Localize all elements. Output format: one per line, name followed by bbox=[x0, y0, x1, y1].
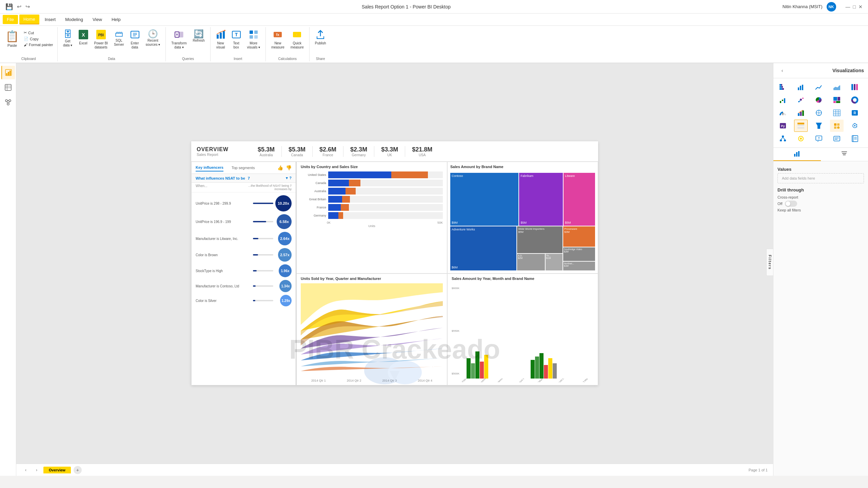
ki-row-7: Color is Silver 1.29x bbox=[192, 293, 296, 308]
h-bar-track-canada bbox=[328, 180, 443, 186]
viz-paginated-icon[interactable] bbox=[848, 133, 862, 145]
new-visual-button[interactable]: Newvisual bbox=[213, 28, 228, 51]
viz-area-chart-icon[interactable] bbox=[830, 81, 844, 93]
viz-smart-narr-icon[interactable] bbox=[830, 133, 844, 145]
viz-python-icon[interactable]: Py bbox=[776, 120, 790, 132]
viz-funnel-icon[interactable] bbox=[812, 120, 826, 132]
viz-stacked-bar-icon[interactable] bbox=[776, 81, 790, 93]
close-btn[interactable]: ✕ bbox=[859, 4, 863, 9]
viz-custom-icon[interactable]: + bbox=[830, 120, 844, 132]
ribbon-group-share: Publish Share bbox=[310, 27, 332, 61]
viz-line-chart-icon[interactable] bbox=[812, 81, 826, 93]
svg-rect-11 bbox=[217, 35, 219, 39]
viz-donut-icon[interactable] bbox=[848, 94, 862, 106]
minimize-btn[interactable]: — bbox=[846, 4, 850, 9]
menu-view[interactable]: View bbox=[88, 15, 106, 24]
ki-dropdown[interactable]: ▾ ? bbox=[286, 176, 292, 180]
menu-file[interactable]: File bbox=[3, 15, 18, 24]
sql-icon: 🗃 bbox=[115, 30, 123, 38]
ki-bar-container-7 bbox=[253, 300, 273, 301]
enter-data-button[interactable]: Enterdata bbox=[127, 28, 142, 51]
viz-treemap-icon[interactable] bbox=[830, 94, 844, 106]
bar-1a bbox=[467, 358, 471, 379]
page-next-btn[interactable]: › bbox=[33, 466, 41, 474]
viz-qa-icon[interactable]: ? bbox=[812, 133, 826, 145]
viz-matrix-icon[interactable] bbox=[830, 107, 844, 119]
viz-r-script-icon[interactable]: R bbox=[848, 107, 862, 119]
sql-server-button[interactable]: 🗃 SQLServer bbox=[111, 28, 126, 48]
cross-report-label: Cross-report bbox=[777, 195, 864, 199]
filters-tab[interactable]: Filters bbox=[766, 249, 773, 276]
add-page-btn[interactable]: + bbox=[74, 466, 82, 474]
menu-home[interactable]: Home bbox=[19, 15, 39, 24]
viz-ai-icon[interactable] bbox=[848, 120, 862, 132]
viz-format-tab[interactable] bbox=[821, 148, 868, 161]
quick-measure-button[interactable]: ⚡ Quickmeasure bbox=[288, 28, 307, 51]
viz-scatter-icon[interactable] bbox=[794, 94, 808, 106]
cut-button[interactable]: ✂ Cut bbox=[22, 30, 55, 36]
viz-column-chart-icon[interactable] bbox=[794, 81, 808, 93]
ki-help-icon[interactable]: ? bbox=[289, 176, 292, 180]
refresh-button[interactable]: 🔄 Refresh bbox=[190, 28, 208, 44]
format-painter-button[interactable]: 🖌 Format painter bbox=[22, 42, 55, 47]
menu-modeling[interactable]: Modeling bbox=[61, 15, 87, 24]
svg-point-33 bbox=[5, 100, 7, 102]
clipboard-group: 📋 Paste ✂ Cut 📄 Copy 🖌 Format painter bbox=[3, 28, 55, 49]
viz-table-icon[interactable] bbox=[794, 120, 808, 132]
viz-gauge-icon[interactable] bbox=[776, 107, 790, 119]
model-view-btn[interactable] bbox=[1, 96, 15, 109]
save-icon[interactable]: 💾 bbox=[5, 3, 13, 11]
y-axis: $600K $550K $500K bbox=[452, 283, 459, 379]
bar-v-chart: $600K $550K $500K bbox=[452, 283, 594, 379]
report-canvas[interactable]: OVERVIEW Sales Report $5.3M Australia $5… bbox=[16, 63, 773, 464]
ki-tab-segments[interactable]: Top segments bbox=[232, 164, 255, 171]
redo-icon[interactable]: ↪ bbox=[25, 3, 30, 10]
calculations-group-label: Calculations bbox=[269, 57, 307, 61]
bar-group-2 bbox=[531, 353, 594, 379]
viz-build-tab[interactable] bbox=[773, 148, 821, 161]
menu-help[interactable]: Help bbox=[107, 15, 125, 24]
ki-tab-influencers[interactable]: Key influencers bbox=[196, 164, 223, 171]
user-avatar[interactable]: NK bbox=[827, 2, 836, 12]
power-bi-datasets-button[interactable]: PBI Power BIdatasets bbox=[92, 28, 111, 51]
get-data-button[interactable]: 🗄 Getdata ▾ bbox=[60, 28, 75, 49]
power-bi-icon: PBI bbox=[96, 30, 106, 41]
viz-collapse-btn[interactable]: ‹ bbox=[777, 66, 787, 75]
more-visuals-button[interactable]: Morevisuals ▾ bbox=[244, 28, 263, 51]
undo-icon[interactable]: ↩ bbox=[17, 3, 21, 10]
page-tab-overview[interactable]: Overview bbox=[43, 467, 71, 473]
svg-rect-45 bbox=[782, 88, 784, 90]
new-measure-button[interactable]: fx Newmeasure bbox=[269, 28, 287, 51]
report-view-btn[interactable] bbox=[1, 66, 15, 79]
ribbon: 📋 Paste ✂ Cut 📄 Copy 🖌 Format painter bbox=[0, 26, 868, 63]
viz-waterfall-icon[interactable] bbox=[776, 94, 790, 106]
page-prev-btn[interactable]: ‹ bbox=[22, 466, 30, 474]
ki-thumbup-icon[interactable]: 👍 bbox=[277, 165, 283, 170]
recent-sources-button[interactable]: 🕒 Recentsources ▾ bbox=[143, 28, 163, 48]
paste-button[interactable]: 📋 Paste bbox=[3, 28, 22, 49]
bottom-bar: ‹ › Overview + Page 1 of 1 bbox=[16, 464, 773, 476]
menu-insert[interactable]: Insert bbox=[41, 15, 60, 24]
viz-header: ‹ Visualizations bbox=[773, 63, 868, 78]
excel-button[interactable]: X Excel bbox=[76, 28, 91, 47]
copy-button[interactable]: 📄 Copy bbox=[22, 36, 55, 42]
viz-map-icon[interactable] bbox=[812, 107, 826, 119]
maximize-btn[interactable]: □ bbox=[853, 4, 856, 9]
data-view-btn[interactable] bbox=[1, 81, 15, 94]
text-box-button[interactable]: T Textbox bbox=[229, 28, 244, 51]
drill-toggle[interactable] bbox=[785, 201, 797, 207]
publish-button[interactable]: Publish bbox=[312, 28, 329, 47]
svg-point-60 bbox=[802, 98, 804, 99]
svg-text:T: T bbox=[235, 32, 238, 37]
h-bar-orange-us bbox=[391, 171, 428, 178]
viz-kpi-icon[interactable] bbox=[794, 107, 808, 119]
transform-data-button[interactable]: Transformdata ▾ bbox=[169, 28, 189, 51]
viz-pie-chart-icon[interactable] bbox=[812, 94, 826, 106]
viz-decomp-icon[interactable] bbox=[776, 133, 790, 145]
viz-ribbon-chart-icon[interactable] bbox=[848, 81, 862, 93]
h-bar-blue-aus bbox=[328, 188, 346, 195]
add-field-placeholder[interactable]: Add data fields here bbox=[777, 173, 864, 183]
viz-key-influence-icon[interactable] bbox=[794, 133, 808, 145]
ki-thumbdown-icon[interactable]: 👎 bbox=[286, 165, 292, 170]
h-bar-blue-us bbox=[328, 171, 391, 178]
